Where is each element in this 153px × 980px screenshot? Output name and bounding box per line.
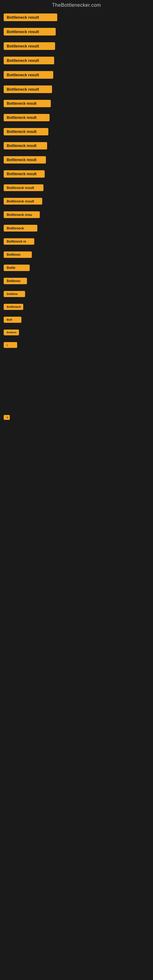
bottleneck-item-7: Bottleneck result (2, 114, 151, 123)
bottleneck-item-0: Bottleneck result (2, 13, 151, 22)
bottleneck-item-25 (2, 369, 151, 375)
bottleneck-badge[interactable]: Bottleneck result (4, 114, 49, 121)
bottleneck-badge[interactable]: Bottleneck result (4, 170, 45, 178)
page-wrapper: TheBottlenecker.com Bottleneck resultBot… (0, 0, 153, 488)
bottleneck-item-10: Bottleneck result (2, 156, 151, 165)
bottleneck-badge[interactable]: Bottleneck result (4, 13, 57, 21)
bottleneck-badge[interactable]: Bottleneck result (4, 142, 47, 150)
bottleneck-badge[interactable]: | (4, 342, 17, 348)
bottleneck-item-26: B (2, 415, 151, 421)
bottleneck-item-12: Bottleneck result (2, 185, 151, 192)
bottleneck-badge[interactable]: Bottleneck result (4, 86, 52, 93)
bottleneck-item-21: Bottleneck (2, 304, 151, 311)
bottleneck-badge[interactable]: Bottleneck result (4, 185, 43, 191)
bottleneck-item-9: Bottleneck result (2, 142, 151, 151)
bottleneck-badge[interactable]: Bottleneck (4, 304, 23, 310)
bottleneck-item-15: Bottleneck (2, 225, 151, 233)
bottleneck-item-23: Bottlene (2, 329, 151, 337)
bottleneck-badge[interactable]: Bottlene (4, 329, 19, 335)
bottleneck-badge[interactable]: Bottle (4, 265, 30, 271)
bottleneck-item-22: Bott (2, 317, 151, 324)
bottleneck-item-14: Bottleneck resu (2, 211, 151, 219)
site-title: TheBottlenecker.com (0, 0, 153, 10)
bottleneck-item-4: Bottleneck result (2, 71, 151, 80)
bottleneck-badge[interactable]: Bottleneck result (4, 42, 55, 50)
bottleneck-badge[interactable]: Bottleneck result (4, 128, 48, 135)
bottleneck-item-17: Bottlenec (2, 251, 151, 259)
bottleneck-item-16: Bottleneck re (2, 238, 151, 246)
bottleneck-item-18: Bottle (2, 265, 151, 272)
bottleneck-badge[interactable]: Bottleneck result (4, 156, 46, 164)
bottleneck-badge[interactable]: Bott (4, 317, 21, 323)
bottleneck-item-19: Bottlenec (2, 278, 151, 285)
bottleneck-item-3: Bottleneck result (2, 57, 151, 65)
bottleneck-item-24: | (2, 342, 151, 349)
bottleneck-item-20: Bottlene (2, 291, 151, 298)
bottleneck-badge[interactable]: Bottlene (4, 291, 25, 297)
bottleneck-badge[interactable]: Bottleneck (4, 225, 37, 232)
bottleneck-badge[interactable]: Bottleneck result (4, 71, 53, 79)
items-container: Bottleneck resultBottleneck resultBottle… (0, 10, 153, 488)
bottleneck-item-11: Bottleneck result (2, 170, 151, 179)
bottleneck-item-8: Bottleneck result (2, 128, 151, 137)
bottleneck-item-5: Bottleneck result (2, 86, 151, 94)
bottleneck-badge[interactable]: Bottleneck resu (4, 211, 40, 218)
bottleneck-badge[interactable]: B (4, 415, 10, 420)
bottleneck-badge[interactable]: Bottleneck result (4, 28, 56, 35)
bottleneck-item-13: Bottleneck result (2, 198, 151, 206)
bottleneck-badge[interactable]: Bottlenec (4, 278, 27, 284)
bottleneck-item-1: Bottleneck result (2, 28, 151, 37)
bottleneck-badge[interactable]: Bottleneck result (4, 100, 51, 107)
bottleneck-badge[interactable]: Bottleneck result (4, 198, 42, 205)
bottleneck-badge[interactable]: Bottleneck re (4, 238, 34, 245)
bottleneck-item-6: Bottleneck result (2, 100, 151, 108)
bottleneck-item-2: Bottleneck result (2, 42, 151, 51)
bottleneck-badge[interactable]: Bottleneck result (4, 57, 54, 64)
bottleneck-badge[interactable]: Bottlenec (4, 251, 32, 258)
